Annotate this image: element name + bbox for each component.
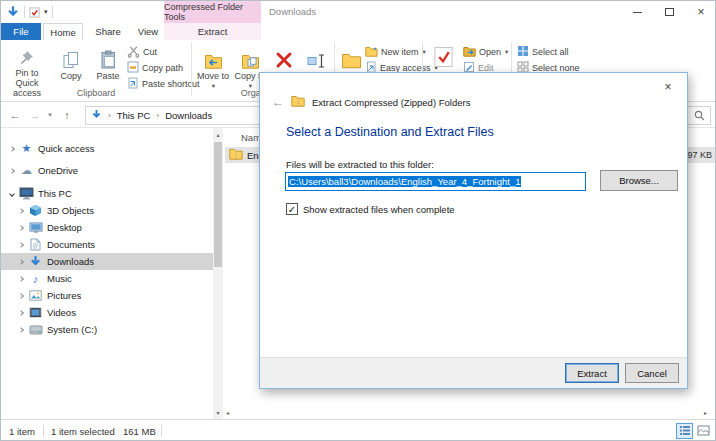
large-icons-view-toggle[interactable] <box>695 423 712 439</box>
breadcrumb-chevron-icon: › <box>108 111 111 120</box>
dropdown-caret-icon: ▾ <box>423 48 426 56</box>
window-controls: × <box>621 1 716 23</box>
copy-to-icon <box>241 42 260 69</box>
sidebar-item-downloads[interactable]: Downloads <box>1 253 213 270</box>
pin-to-quick-access-button[interactable]: Pin to Quick access <box>3 42 51 98</box>
select-all-label: Select all <box>532 47 569 57</box>
scroll-right-icon[interactable]: ▸ <box>704 409 707 416</box>
minimize-button[interactable] <box>621 1 653 23</box>
properties-icon <box>433 42 454 69</box>
paste-label: Paste <box>96 71 119 81</box>
expander-icon[interactable] <box>14 260 27 264</box>
extract-button[interactable]: Extract <box>565 363 619 383</box>
sidebar-item-3d-objects[interactable]: 3D Objects <box>1 202 213 219</box>
qat-properties-button[interactable] <box>29 4 40 20</box>
forward-button[interactable]: → <box>27 106 43 124</box>
copy-path-label: Copy path <box>142 63 183 73</box>
close-icon: × <box>697 6 704 18</box>
sidebar-item-music[interactable]: ♪ Music <box>1 270 213 287</box>
selection-count: 1 item selected <box>51 426 115 437</box>
scroll-down-icon[interactable]: ▾ <box>213 406 223 419</box>
new-item-icon <box>365 46 378 59</box>
sidebar-item-this-pc[interactable]: This PC <box>1 185 213 202</box>
open-button[interactable]: Open▾ <box>463 44 508 60</box>
cut-button[interactable]: Cut <box>127 44 157 60</box>
sidebar-item-system-c[interactable]: System (C:) <box>1 321 213 338</box>
selection-size: 161 MB <box>123 426 156 437</box>
cloud-icon: ☁ <box>18 164 35 177</box>
title-bar: ▾ Compressed Folder Tools Downloads × <box>1 1 716 23</box>
paste-shortcut-button[interactable]: Paste shortcut <box>127 76 200 92</box>
expander-icon[interactable] <box>5 169 18 173</box>
expander-icon[interactable] <box>14 294 27 298</box>
maximize-button[interactable] <box>653 1 685 23</box>
dialog-back-button[interactable]: ← <box>272 95 284 109</box>
show-files-checkbox-label: Show extracted files when complete <box>303 204 455 215</box>
sidebar-item-pictures[interactable]: Pictures <box>1 287 213 304</box>
details-view-icon <box>679 425 691 438</box>
tab-view[interactable]: View <box>131 23 165 40</box>
scroll-left-icon[interactable]: ◂ <box>226 409 229 416</box>
new-folder-icon <box>341 42 362 69</box>
expander-icon[interactable] <box>14 209 27 213</box>
large-icons-view-icon <box>697 425 710 438</box>
open-label: Open <box>479 47 501 57</box>
sidebar-item-quick-access[interactable]: ★ Quick access <box>1 140 213 157</box>
item-count: 1 item <box>9 426 35 437</box>
new-item-label: New item <box>381 47 419 57</box>
sidebar-item-desktop[interactable]: Desktop <box>1 219 213 236</box>
new-item-button[interactable]: New item▾ <box>365 44 426 60</box>
status-divider <box>161 425 162 437</box>
drive-icon <box>27 325 44 335</box>
tab-home[interactable]: Home <box>43 23 83 40</box>
expander-icon[interactable] <box>14 226 27 230</box>
sidebar-scrollbar[interactable]: ▴ ▾ <box>213 128 223 419</box>
open-icon <box>463 46 476 59</box>
tab-share[interactable]: Share <box>87 23 129 40</box>
pin-label: Pin to Quick access <box>3 68 51 98</box>
toolbar-separator <box>52 6 53 18</box>
expander-icon[interactable] <box>5 147 18 151</box>
scrollbar-thumb[interactable] <box>214 142 222 267</box>
tab-extract[interactable]: Extract <box>164 23 261 40</box>
dialog-footer: Extract Cancel <box>260 357 687 388</box>
picture-icon <box>27 290 44 301</box>
up-button[interactable]: ↑ <box>59 106 75 124</box>
move-to-label: Move to <box>197 71 229 81</box>
destination-label: Files will be extracted to this folder: <box>286 159 434 170</box>
select-all-button[interactable]: Select all <box>517 44 569 60</box>
breadcrumb-this-pc[interactable]: This PC <box>117 110 151 121</box>
star-icon: ★ <box>18 142 35 155</box>
navigation-pane: ★ Quick access ☁ OneDrive This PC 3D Obj… <box>1 128 213 419</box>
browse-button[interactable]: Browse... <box>600 170 678 191</box>
qat-customize-button[interactable]: ▾ <box>44 4 48 20</box>
show-files-checkbox[interactable]: ✓ <box>286 203 298 215</box>
copy-path-button[interactable]: Copy path <box>127 60 183 76</box>
expander-icon[interactable] <box>14 243 27 247</box>
expander-icon[interactable] <box>14 311 27 315</box>
select-all-icon <box>517 45 529 59</box>
expander-icon[interactable] <box>14 277 27 281</box>
scroll-up-icon[interactable]: ▴ <box>213 128 223 141</box>
sidebar-item-documents[interactable]: Documents <box>1 236 213 253</box>
zip-folder-icon <box>229 148 243 162</box>
expander-icon[interactable] <box>5 192 18 196</box>
dialog-close-button[interactable]: × <box>655 77 681 97</box>
back-button[interactable]: ← <box>7 106 23 124</box>
group-separator <box>191 42 192 96</box>
expander-icon[interactable] <box>14 328 27 332</box>
destination-path-input[interactable]: C:\Users\ball3\Downloads\English_Year_4_… <box>285 172 586 191</box>
breadcrumb-downloads[interactable]: Downloads <box>165 110 212 121</box>
sidebar-item-videos[interactable]: Videos <box>1 304 213 321</box>
quick-access-toolbar: ▾ <box>6 4 53 20</box>
details-view-toggle[interactable] <box>676 423 693 439</box>
close-button[interactable]: × <box>685 1 716 23</box>
cancel-button[interactable]: Cancel <box>625 363 679 383</box>
tab-file[interactable]: File <box>1 23 41 40</box>
sidebar-item-onedrive[interactable]: ☁ OneDrive <box>1 162 213 179</box>
ribbon-tab-row: File Home Share View Extract <box>1 23 716 40</box>
dropdown-caret-icon: ▾ <box>505 48 508 56</box>
desktop-icon <box>27 222 44 234</box>
recent-locations-button[interactable]: ▾ <box>45 106 55 124</box>
breadcrumb-chevron-icon: › <box>156 111 159 120</box>
